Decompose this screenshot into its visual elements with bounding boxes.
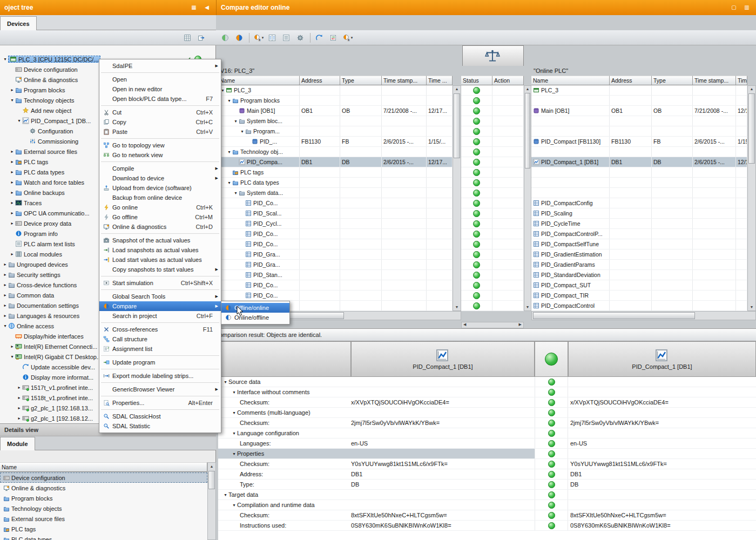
column-header[interactable]: Type xyxy=(340,76,382,85)
table-row[interactable]: PID_GradientEstimation xyxy=(531,249,747,260)
scroll-right-icon[interactable]: ▶ xyxy=(519,322,522,327)
table-row[interactable]: PID_Scal... xyxy=(218,208,453,219)
expander-icon[interactable]: ▸ xyxy=(2,272,8,277)
table-row[interactable]: PID_Stan... xyxy=(218,270,453,280)
action-cell[interactable] xyxy=(492,291,524,300)
column-header[interactable]: Time stamp... xyxy=(382,76,427,85)
action-cell[interactable] xyxy=(492,147,524,157)
status-identical-icon[interactable] xyxy=(473,138,480,145)
status-identical-icon[interactable] xyxy=(473,107,480,114)
scroll-left-icon[interactable]: ◀ xyxy=(463,322,466,327)
table-row[interactable]: ▾System bloc... xyxy=(218,116,453,126)
menu-item[interactable]: Compile▶ xyxy=(99,164,221,173)
collapse-left-icon[interactable]: ◀ xyxy=(202,3,212,12)
table-row[interactable] xyxy=(531,96,747,106)
submenu-item[interactable]: Offline/online xyxy=(221,303,289,313)
expander-icon[interactable]: ▸ xyxy=(16,395,22,400)
status-identical-icon[interactable] xyxy=(473,282,480,289)
submenu-item[interactable]: Online/offline xyxy=(221,313,289,322)
detail-row[interactable]: ▾Compilation and runtime data xyxy=(218,500,756,510)
tab-module[interactable]: Module xyxy=(0,437,35,450)
menu-item[interactable]: Search in projectCtrl+F xyxy=(99,311,221,321)
expander-icon[interactable]: ▾ xyxy=(9,354,15,359)
menu-item[interactable]: Start simulationCtrl+Shift+X xyxy=(99,278,221,288)
table-row[interactable]: PID_Gra... xyxy=(218,249,453,260)
table-row[interactable] xyxy=(531,116,747,126)
expander-icon[interactable]: ▸ xyxy=(9,252,15,256)
table-row[interactable]: PID_GradientParams xyxy=(531,260,747,270)
menu-item[interactable]: Open in new editor xyxy=(99,84,221,94)
status-identical-icon[interactable] xyxy=(473,118,480,125)
restore-panel-icon[interactable]: ▥ xyxy=(742,3,752,12)
status-identical-icon[interactable] xyxy=(473,169,480,176)
status-identical-icon[interactable] xyxy=(548,471,555,478)
table-row[interactable]: Main [OB1]OB1OB7/21/2008 -...12/17 xyxy=(531,106,747,116)
status-identical-icon[interactable] xyxy=(473,148,480,156)
comparison-mode-tab[interactable] xyxy=(462,45,524,66)
detail-row[interactable]: ▾Source data xyxy=(218,377,756,387)
action-cell[interactable] xyxy=(492,157,524,167)
table-row[interactable]: PID_CompactConfig xyxy=(531,198,747,208)
menu-item[interactable]: Export module labeling strips... xyxy=(99,371,221,381)
scroll-up-icon[interactable]: ▲ xyxy=(208,463,215,470)
action-cell[interactable] xyxy=(492,167,524,177)
menu-item[interactable]: GenericBrowser Viewer▶ xyxy=(99,384,221,394)
status-identical-icon[interactable] xyxy=(548,379,555,386)
action-cell[interactable] xyxy=(492,126,524,136)
table-row[interactable]: PID_Co... xyxy=(218,239,453,249)
scroll-up-icon[interactable]: ▲ xyxy=(524,86,531,92)
online-table-hscrollbar[interactable] xyxy=(531,311,756,320)
table-row[interactable]: PID_CompactControlP... xyxy=(531,229,747,239)
menu-item[interactable]: SDAL ClassicHost xyxy=(99,411,221,421)
offline-table-scrollbar[interactable]: ▲ ▼ xyxy=(453,85,461,311)
details-list-item[interactable]: Program blocks xyxy=(0,493,207,503)
status-identical-icon[interactable] xyxy=(548,502,555,509)
table-row[interactable] xyxy=(531,167,747,178)
status-identical-icon[interactable] xyxy=(473,292,480,299)
table-row[interactable] xyxy=(531,178,747,188)
column-header[interactable]: Time xyxy=(736,76,747,85)
expander-icon[interactable]: ▸ xyxy=(9,87,15,92)
action-cell[interactable] xyxy=(492,208,524,218)
expander-icon[interactable]: ▸ xyxy=(16,385,22,390)
action-cell[interactable] xyxy=(492,219,524,228)
detail-row[interactable]: ▾Interface without comments xyxy=(218,387,756,397)
menu-item[interactable]: Backup from online device xyxy=(99,193,221,202)
offline-online-comparison-button[interactable] xyxy=(233,32,246,44)
status-identical-icon[interactable] xyxy=(473,272,480,279)
expander-icon[interactable]: ▾ xyxy=(16,118,22,123)
expander-icon[interactable]: ▾ xyxy=(233,191,239,195)
action-cell[interactable] xyxy=(492,239,524,249)
column-header[interactable]: Time stamp... xyxy=(693,76,736,85)
table-row[interactable]: PID_Co... xyxy=(218,291,453,301)
status-identical-icon[interactable] xyxy=(473,210,480,217)
table-row[interactable]: PID_Co... xyxy=(218,280,453,291)
status-identical-icon[interactable] xyxy=(473,87,480,94)
action-cell[interactable] xyxy=(492,260,524,269)
action-cell[interactable] xyxy=(492,178,524,187)
expander-icon[interactable]: ▸ xyxy=(9,221,15,226)
expander-icon[interactable]: ▾ xyxy=(222,380,228,384)
menu-item[interactable]: Go offlineCtrl+M xyxy=(99,212,221,222)
status-identical-icon[interactable] xyxy=(473,97,480,104)
comparison-criteria-button[interactable]: ±▾ xyxy=(252,32,265,44)
detail-row[interactable]: Type:DBDB xyxy=(218,480,756,490)
detail-row[interactable]: ▾Properties xyxy=(218,449,756,459)
table-row[interactable]: PID_CycleTime xyxy=(531,219,747,229)
panel-grid-icon[interactable]: ▦ xyxy=(189,3,199,12)
column-header[interactable]: Time ... xyxy=(427,76,453,85)
action-cell[interactable] xyxy=(492,249,524,259)
action-cell[interactable] xyxy=(492,270,524,280)
detail-row[interactable]: Checksum:Y0sYUUYwwg81kt1S1MLc6/x9FTk=Y0s… xyxy=(218,459,756,469)
automatic-actions-button[interactable] xyxy=(294,32,307,44)
menu-item[interactable]: PasteCtrl+V xyxy=(99,127,221,137)
status-identical-icon[interactable] xyxy=(548,481,555,488)
details-list-item[interactable]: PLC data types xyxy=(0,534,207,540)
table-row[interactable]: PID_StandardDeviation xyxy=(531,270,747,280)
expander-icon[interactable]: ▸ xyxy=(9,149,15,154)
expander-icon[interactable]: ▸ xyxy=(2,303,8,308)
scroll-down-icon[interactable]: ▼ xyxy=(453,304,461,310)
synchronize-button[interactable] xyxy=(327,32,340,44)
table-row[interactable] xyxy=(531,126,747,137)
expander-icon[interactable]: ▸ xyxy=(2,313,8,318)
